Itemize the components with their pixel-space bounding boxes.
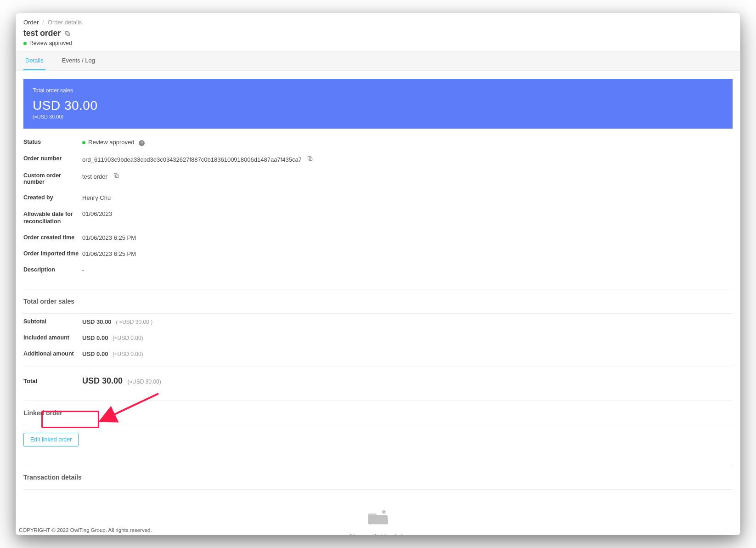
additional-text: USD 0.00 [82, 350, 108, 357]
breadcrumb: Order / Order details [16, 13, 740, 28]
row-imported-time: Order imported time 01/06/2023 6:25 PM [23, 246, 733, 262]
linked-section: Edit linked order [23, 425, 733, 459]
order-number-value: ord_611903c9bdea33cbd3e3c03432627f887c0b… [82, 155, 313, 163]
allowable-value: 01/06/2023 [82, 210, 112, 217]
section-title-transaction: Transaction details [23, 465, 733, 489]
total-value: USD 30.00 (≈USD 30.00) [82, 376, 161, 386]
status-dot-icon [82, 141, 85, 144]
custom-order-text: test order [82, 173, 107, 180]
custom-order-value: test order [82, 172, 119, 180]
description-label: Description [23, 266, 82, 273]
created-by-value: Henry Chu [82, 194, 111, 201]
svg-point-7 [383, 511, 384, 512]
hero-amount: USD 30.00 [33, 98, 723, 113]
row-description: Description - [23, 262, 733, 278]
imported-time-value: 01/06/2023 6:25 PM [82, 250, 136, 257]
subtotal-eq: ( ≈USD 30.00 ) [116, 319, 152, 325]
detail-rows: Status Review approved ? Order number or… [23, 129, 733, 283]
status-value: Review approved ? [82, 139, 145, 146]
copy-icon[interactable] [307, 155, 313, 162]
total-sales-hero: Total order sales USD 30.00 (≈USD 30.00) [23, 79, 733, 129]
tab-events-log[interactable]: Events / Log [60, 51, 97, 70]
subtotal-text: USD 30.00 [82, 318, 112, 325]
included-label: Included amount [23, 334, 82, 341]
imported-time-label: Order imported time [23, 250, 82, 257]
total-label: Total [23, 378, 82, 384]
breadcrumb-separator: / [42, 19, 44, 26]
copy-icon[interactable] [64, 30, 71, 37]
subtotal-label: Subtotal [23, 318, 82, 325]
svg-point-9 [384, 512, 384, 513]
additional-value: USD 0.00 (≈USD 0.00) [82, 350, 143, 357]
created-time-label: Order created time [23, 234, 82, 241]
svg-point-8 [384, 511, 385, 512]
status-dot-icon [23, 42, 27, 45]
row-included: Included amount USD 0.00 (≈USD 0.00) [23, 330, 733, 346]
page-title-row: test order [16, 28, 740, 40]
row-allowable: Allowable date for reconciliation 01/06/… [23, 206, 733, 230]
content: Total order sales USD 30.00 (≈USD 30.00)… [16, 71, 740, 535]
order-number-text: ord_611903c9bdea33cbd3e3c03432627f887c0b… [82, 156, 302, 163]
row-created-time: Order created time 01/06/2023 6:25 PM [23, 230, 733, 246]
breadcrumb-root[interactable]: Order [23, 19, 39, 26]
row-custom-order: Custom order number test order [23, 168, 733, 190]
page-status: Review approved [16, 40, 740, 51]
breadcrumb-current: Order details [48, 19, 82, 26]
custom-order-label: Custom order number [23, 172, 82, 185]
row-order-number: Order number ord_611903c9bdea33cbd3e3c03… [23, 151, 733, 168]
row-status: Status Review approved ? [23, 134, 733, 151]
additional-label: Additional amount [23, 350, 82, 357]
total-text: USD 30.00 [82, 376, 123, 385]
sales-rows: Subtotal USD 30.00 ( ≈USD 30.00 ) Includ… [23, 314, 733, 395]
empty-folder-icon [367, 507, 389, 527]
created-by-label: Created by [23, 194, 82, 201]
edit-linked-order-button[interactable]: Edit linked order [23, 433, 79, 446]
row-subtotal: Subtotal USD 30.00 ( ≈USD 30.00 ) [23, 314, 733, 330]
copyright-footer: COPYRIGHT © 2022 OwlTing Group. All righ… [19, 527, 152, 533]
page-wrap: Order / Order details test order Review … [16, 13, 740, 535]
allowable-label: Allowable date for reconciliation [23, 210, 82, 226]
hero-label: Total order sales [33, 87, 723, 94]
additional-eq: (≈USD 0.00) [113, 351, 143, 357]
copy-icon[interactable] [113, 172, 119, 179]
svg-point-6 [382, 510, 386, 514]
section-title-sales: Total order sales [23, 289, 733, 313]
row-additional: Additional amount USD 0.00 (≈USD 0.00) [23, 346, 733, 362]
hero-approx: (≈USD 30.00) [33, 114, 723, 119]
included-text: USD 0.00 [82, 334, 108, 341]
status-label: Status [23, 139, 82, 145]
row-total: Total USD 30.00 (≈USD 30.00) [23, 367, 733, 395]
subtotal-value: USD 30.00 ( ≈USD 30.00 ) [82, 318, 152, 325]
tab-details[interactable]: Details [23, 51, 45, 70]
section-title-linked: Linked order [23, 401, 733, 425]
total-eq: (≈USD 30.00) [128, 379, 161, 385]
order-number-label: Order number [23, 155, 82, 162]
status-value-text: Review approved [88, 139, 134, 146]
row-created-by: Created by Henry Chu [23, 190, 733, 206]
info-icon[interactable]: ? [139, 140, 145, 146]
included-eq: (≈USD 0.00) [113, 335, 143, 341]
empty-text: No available data [350, 533, 406, 535]
included-value: USD 0.00 (≈USD 0.00) [82, 334, 143, 341]
created-time-value: 01/06/2023 6:25 PM [82, 234, 136, 241]
tabs-bar: Details Events / Log [16, 51, 740, 71]
page-title: test order [23, 28, 61, 38]
page-status-text: Review approved [29, 40, 72, 46]
description-value: - [82, 266, 84, 273]
